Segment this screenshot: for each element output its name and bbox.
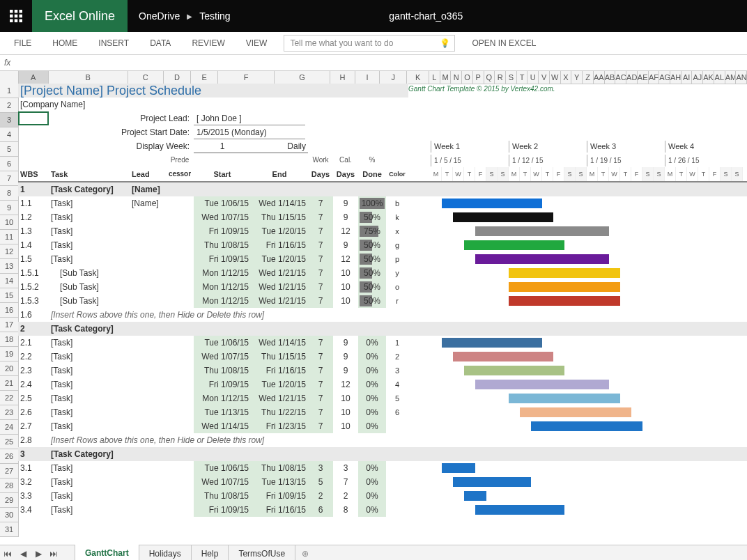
cell[interactable]: 9 — [333, 350, 358, 364]
cell[interactable] — [166, 503, 194, 517]
col-header[interactable]: AC — [615, 71, 626, 84]
cell[interactable]: Mon 1/12/15 — [194, 266, 251, 280]
col-header[interactable]: L — [429, 71, 440, 84]
cell[interactable]: [Task Category] — [49, 447, 130, 461]
cell[interactable] — [166, 294, 194, 308]
row-header[interactable]: 4 — [0, 127, 18, 142]
cell[interactable]: 2.3 — [18, 364, 49, 378]
sheet-nav-last[interactable]: ⏭ — [46, 549, 61, 559]
cell[interactable]: 7 — [308, 224, 333, 238]
col-header[interactable]: P — [473, 71, 484, 84]
cell[interactable]: g — [386, 238, 408, 252]
cell[interactable]: [Task] — [49, 391, 130, 405]
cell[interactable]: 12 — [333, 224, 358, 238]
cell[interactable]: Wed 1/21/15 — [251, 294, 308, 308]
cell[interactable]: 10 — [333, 391, 358, 405]
display-week-value[interactable]: 1 — [194, 139, 251, 153]
cell[interactable]: 1.5.3 — [18, 294, 49, 308]
cell[interactable]: Wed 1/07/15 — [194, 475, 251, 489]
col-header[interactable]: C — [128, 71, 164, 84]
cell[interactable] — [166, 224, 194, 238]
cell[interactable] — [130, 224, 166, 238]
col-header[interactable]: V — [539, 71, 550, 84]
cell[interactable]: [Name] — [130, 196, 166, 210]
cell[interactable]: Fri 1/09/15 — [194, 252, 251, 266]
percent-done[interactable]: 0% — [358, 391, 386, 405]
insert-note[interactable]: [Insert Rows above this one, then Hide o… — [49, 433, 383, 447]
row-header[interactable]: 23 — [0, 405, 18, 420]
col-header[interactable]: W — [550, 71, 561, 84]
cell[interactable]: Thu 1/15/15 — [251, 350, 308, 364]
cell[interactable]: 7 — [308, 391, 333, 405]
col-header[interactable]: AI — [681, 71, 693, 84]
cell[interactable]: Tue 1/20/15 — [251, 224, 308, 238]
cell[interactable]: 7 — [308, 405, 333, 419]
cell[interactable]: 2 — [333, 489, 358, 503]
crumb-onedrive[interactable]: OneDrive — [139, 10, 180, 22]
cell[interactable]: Tue 1/06/15 — [194, 336, 251, 350]
row-header[interactable]: 8 — [0, 186, 18, 201]
cell[interactable]: End — [251, 167, 308, 181]
col-header[interactable]: I — [355, 71, 380, 84]
col-header[interactable]: E — [191, 71, 218, 84]
col-header[interactable]: O — [462, 71, 473, 84]
row-header[interactable]: 12 — [0, 244, 18, 259]
cell[interactable]: 3 — [333, 461, 358, 475]
cell[interactable]: Thu 1/15/15 — [251, 210, 308, 224]
cell[interactable]: Days — [308, 167, 333, 181]
col-header[interactable]: AB — [605, 71, 616, 84]
percent-done[interactable]: 0% — [358, 336, 386, 350]
cell[interactable]: r — [386, 294, 408, 308]
percent-done[interactable]: 0% — [358, 419, 386, 433]
cell[interactable] — [130, 252, 166, 266]
gantt-bar[interactable] — [475, 505, 564, 515]
cell[interactable]: 9 — [333, 238, 358, 252]
cell[interactable]: 7 — [333, 475, 358, 489]
cell[interactable]: 7 — [308, 294, 333, 308]
col-header[interactable]: AL — [714, 71, 725, 84]
gantt-bar[interactable] — [509, 296, 620, 306]
cell[interactable]: 9 — [333, 336, 358, 350]
col-header[interactable]: R — [495, 71, 506, 84]
cell[interactable]: Tue 1/13/15 — [194, 405, 251, 419]
row-header[interactable]: 5 — [0, 142, 18, 157]
cell[interactable]: [Task] — [49, 224, 130, 238]
gantt-bar[interactable] — [442, 199, 542, 208]
cell[interactable] — [166, 266, 194, 280]
crumb-folder[interactable]: Testing — [199, 10, 230, 22]
formula-bar[interactable]: fx — [0, 55, 747, 71]
cell[interactable]: Wed 1/21/15 — [251, 280, 308, 294]
cell[interactable]: Mon 1/12/15 — [194, 391, 251, 405]
col-header[interactable]: AM — [725, 71, 737, 84]
cell[interactable]: 7 — [308, 378, 333, 391]
sheet-nav-next[interactable]: ▶ — [31, 549, 46, 559]
cell[interactable]: Days — [333, 167, 358, 181]
cell[interactable] — [166, 378, 194, 391]
cell[interactable]: [Task] — [49, 364, 130, 378]
cell[interactable] — [166, 210, 194, 224]
cell[interactable] — [130, 364, 166, 378]
cell[interactable]: 3.1 — [18, 461, 49, 475]
cell[interactable]: 3 — [386, 364, 408, 378]
gantt-bar[interactable] — [509, 282, 620, 292]
cell[interactable]: 7 — [308, 196, 333, 210]
cell[interactable] — [130, 391, 166, 405]
cell[interactable]: Mon 1/12/15 — [194, 280, 251, 294]
cell[interactable]: Prede — [166, 153, 194, 167]
gantt-bar[interactable] — [464, 240, 564, 250]
row-header[interactable]: 21 — [0, 376, 18, 391]
percent-done[interactable]: 0% — [358, 461, 386, 475]
row-header[interactable]: 15 — [0, 288, 18, 303]
cell[interactable]: 7 — [308, 266, 333, 280]
cell[interactable] — [166, 405, 194, 419]
cell[interactable]: Done — [358, 167, 386, 181]
row-header[interactable]: 16 — [0, 303, 18, 318]
percent-done[interactable]: 50% — [358, 210, 386, 224]
cell[interactable] — [166, 391, 194, 405]
cell[interactable]: Wed 1/14/15 — [194, 419, 251, 433]
cell[interactable]: 1 — [18, 182, 49, 196]
cell[interactable] — [166, 364, 194, 378]
cell[interactable]: [Task] — [49, 378, 130, 391]
cell[interactable] — [130, 322, 166, 336]
cell[interactable]: Fri 1/09/15 — [194, 224, 251, 238]
